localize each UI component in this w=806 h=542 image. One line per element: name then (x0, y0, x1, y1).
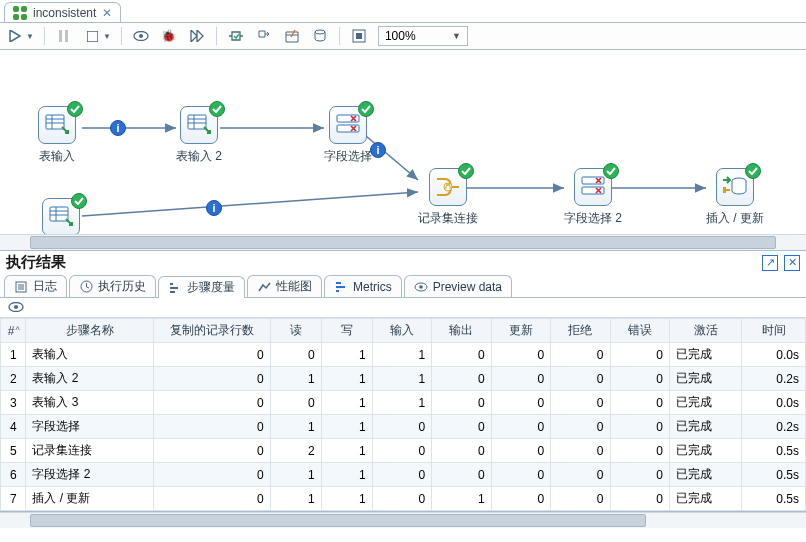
column-header[interactable]: 输入 (372, 319, 431, 343)
table-cell: 0.5s (742, 487, 806, 511)
close-results-icon[interactable]: ✕ (784, 255, 800, 271)
sql-icon[interactable] (283, 27, 301, 45)
table-cell: 1 (372, 343, 431, 367)
canvas-horizontal-scrollbar[interactable] (0, 234, 806, 250)
table-cell: 0 (551, 391, 610, 415)
step-node-n1[interactable]: 表输入 (38, 106, 76, 165)
table-cell: 1 (432, 487, 491, 511)
results-tab-2[interactable]: 步骤度量 (158, 276, 245, 298)
step-node-icon (429, 168, 467, 206)
editor-tab-inconsistent[interactable]: inconsistent ✕ (4, 2, 121, 22)
transform-icon (13, 6, 27, 20)
column-header[interactable]: 更新 (491, 319, 550, 343)
step-node-n3[interactable]: 字段选择 (324, 106, 372, 165)
svg-rect-2 (87, 31, 98, 42)
table-cell: 0 (610, 367, 669, 391)
table-row[interactable]: 7插入 / 更新01101000已完成0.5s (1, 487, 806, 511)
status-success-icon (209, 101, 225, 117)
transformation-canvas[interactable]: 表输入表输入 2字段选择表输入 3记录集连接字段选择 2插入 / 更新 iii (0, 50, 806, 234)
hop-info-icon[interactable]: i (110, 120, 126, 136)
replay-icon[interactable] (188, 27, 206, 45)
table-cell: 0 (610, 463, 669, 487)
results-tab-4[interactable]: Metrics (324, 275, 402, 297)
zoom-select[interactable]: 100% ▼ (378, 26, 468, 46)
detach-results-icon[interactable]: ↗ (762, 255, 778, 271)
step-node-icon (574, 168, 612, 206)
preview-icon[interactable] (132, 27, 150, 45)
column-header[interactable]: 复制的记录行数 (153, 319, 270, 343)
table-cell: 0 (491, 367, 550, 391)
table-cell: 已完成 (670, 391, 742, 415)
run-button[interactable] (6, 27, 24, 45)
table-cell: 0 (551, 439, 610, 463)
table-cell: 已完成 (670, 415, 742, 439)
results-tab-1[interactable]: 执行历史 (69, 275, 156, 297)
step-node-n6[interactable]: 字段选择 2 (564, 168, 622, 227)
step-node-n2[interactable]: 表输入 2 (176, 106, 222, 165)
svg-point-45 (419, 285, 423, 289)
table-cell: 字段选择 (26, 415, 153, 439)
impact-icon[interactable] (255, 27, 273, 45)
table-row[interactable]: 1表输入00110000已完成0.0s (1, 343, 806, 367)
results-tab-3[interactable]: 性能图 (247, 275, 322, 297)
results-tab-0[interactable]: 日志 (4, 275, 67, 297)
table-cell: 1 (321, 343, 372, 367)
column-header[interactable]: #^ (1, 319, 26, 343)
table-cell: 6 (1, 463, 26, 487)
table-row[interactable]: 2表输入 201110000已完成0.2s (1, 367, 806, 391)
table-cell: 1 (321, 463, 372, 487)
caret-down-icon: ▼ (452, 31, 461, 41)
stop-button[interactable] (83, 27, 101, 45)
step-node-n7[interactable]: 插入 / 更新 (706, 168, 764, 227)
results-tab-label: 性能图 (276, 278, 312, 295)
table-cell: 0 (372, 439, 431, 463)
table-cell: 0 (610, 343, 669, 367)
table-cell: 0.2s (742, 367, 806, 391)
column-header[interactable]: 错误 (610, 319, 669, 343)
table-cell: 1 (372, 367, 431, 391)
table-cell: 2 (1, 367, 26, 391)
hop-info-icon[interactable]: i (206, 200, 222, 216)
step-node-n4[interactable]: 表输入 3 (38, 198, 84, 234)
results-horizontal-scrollbar[interactable] (0, 512, 806, 528)
debug-icon[interactable]: 🐞 (160, 27, 178, 45)
svg-point-4 (139, 34, 143, 38)
table-cell: 0 (153, 439, 270, 463)
column-header[interactable]: 步骤名称 (26, 319, 153, 343)
column-header[interactable]: 写 (321, 319, 372, 343)
results-tab-label: 日志 (33, 278, 57, 295)
hop-info-icon[interactable]: i (370, 142, 386, 158)
table-cell: 1 (321, 415, 372, 439)
explore-db-icon[interactable] (311, 27, 329, 45)
step-node-icon (180, 106, 218, 144)
column-header[interactable]: 拒绝 (551, 319, 610, 343)
svg-rect-18 (188, 115, 206, 129)
svg-point-5 (315, 30, 325, 34)
results-tab-label: 执行历史 (98, 278, 146, 295)
table-cell: 3 (1, 391, 26, 415)
results-tab-icon (334, 280, 348, 294)
table-cell: 1 (270, 415, 321, 439)
table-cell: 0.0s (742, 343, 806, 367)
svg-rect-24 (50, 207, 68, 221)
table-row[interactable]: 6字段选择 201100000已完成0.5s (1, 463, 806, 487)
table-row[interactable]: 3表输入 300110000已完成0.0s (1, 391, 806, 415)
table-row[interactable]: 4字段选择01100000已完成0.2s (1, 415, 806, 439)
table-cell: 1 (372, 391, 431, 415)
close-icon[interactable]: ✕ (102, 6, 112, 20)
results-tab-5[interactable]: Preview data (404, 275, 512, 297)
column-header[interactable]: 时间 (742, 319, 806, 343)
verify-icon[interactable] (227, 27, 245, 45)
pause-button[interactable] (55, 27, 73, 45)
monitor-eye-icon[interactable] (8, 301, 24, 315)
table-row[interactable]: 5记录集连接02100000已完成0.5s (1, 439, 806, 463)
run-dropdown-icon[interactable]: ▼ (26, 27, 34, 45)
table-cell: 记录集连接 (26, 439, 153, 463)
step-node-icon (329, 106, 367, 144)
step-node-n5[interactable]: 记录集连接 (418, 168, 478, 227)
show-results-icon[interactable] (350, 27, 368, 45)
step-node-label: 表输入 2 (176, 148, 222, 165)
column-header[interactable]: 激活 (670, 319, 742, 343)
column-header[interactable]: 读 (270, 319, 321, 343)
column-header[interactable]: 输出 (432, 319, 491, 343)
